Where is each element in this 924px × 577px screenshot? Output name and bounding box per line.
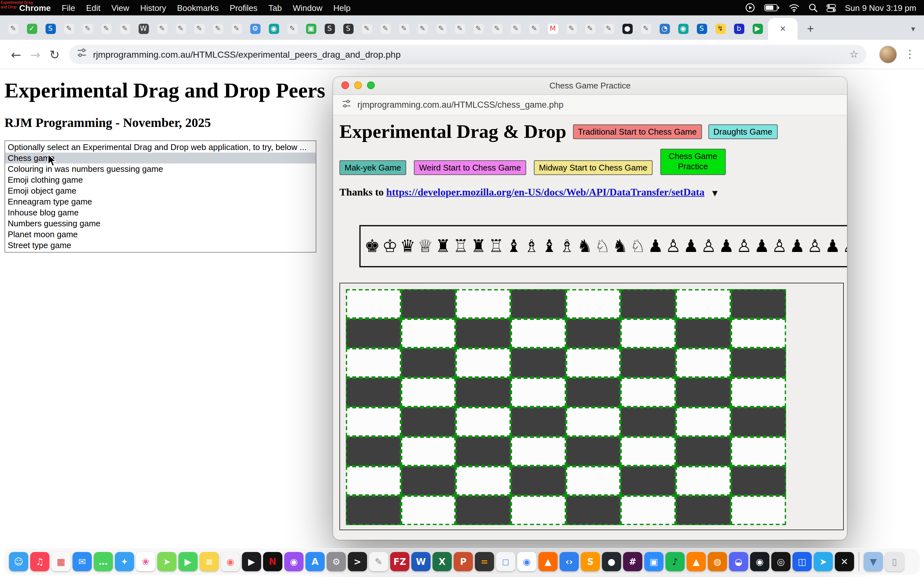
dock-icon-netflix[interactable]: N bbox=[263, 552, 282, 571]
board-cell[interactable] bbox=[676, 407, 730, 436]
chess-piece[interactable]: ♘ bbox=[594, 237, 610, 255]
board-cell[interactable] bbox=[511, 377, 565, 407]
dock-icon-calculator[interactable]: = bbox=[475, 552, 494, 571]
board-cell[interactable] bbox=[731, 466, 786, 495]
chess-piece[interactable]: ♝ bbox=[506, 237, 522, 255]
chrome-menu-icon[interactable]: ⋮ bbox=[902, 47, 918, 61]
dock-icon-filezilla[interactable]: FZ bbox=[390, 552, 409, 571]
board-cell[interactable] bbox=[511, 495, 565, 525]
dock-icon-mail[interactable]: ✉ bbox=[73, 552, 92, 571]
pinned-tab[interactable]: ✎ bbox=[432, 18, 451, 40]
dock-icon-settings[interactable]: ⚙ bbox=[326, 552, 346, 571]
board-cell[interactable] bbox=[731, 377, 786, 407]
board-cell[interactable] bbox=[401, 436, 456, 466]
dock-icon-github-desktop[interactable]: ● bbox=[602, 552, 621, 571]
pinned-tab[interactable]: ◔ bbox=[655, 18, 674, 40]
bookmark-star-icon[interactable]: ☆ bbox=[849, 48, 859, 60]
chess-piece[interactable]: ♟ bbox=[825, 237, 840, 255]
pinned-tab[interactable]: ✎ bbox=[283, 18, 302, 40]
profile-avatar[interactable] bbox=[879, 45, 897, 63]
listbox-option[interactable]: Numbers guessing game bbox=[5, 218, 316, 229]
back-button[interactable]: ← bbox=[6, 45, 26, 64]
screen-mirroring-icon[interactable] bbox=[745, 3, 755, 13]
board-cell[interactable] bbox=[456, 318, 511, 348]
pinned-tab[interactable]: ▶ bbox=[748, 18, 767, 40]
dock-icon-excel[interactable]: X bbox=[433, 552, 452, 571]
listbox-option[interactable]: Emoji clothing game bbox=[5, 174, 316, 185]
board-cell[interactable] bbox=[676, 466, 730, 495]
board-cell[interactable] bbox=[401, 407, 456, 436]
pinned-tab[interactable]: ▣ bbox=[302, 18, 320, 40]
dock-icon-slack[interactable]: # bbox=[623, 552, 642, 571]
chess-piece[interactable]: ♙ bbox=[736, 237, 752, 255]
pinned-tab[interactable]: ✎ bbox=[376, 18, 395, 40]
pinned-tab[interactable]: ✎ bbox=[413, 18, 432, 40]
board-cell[interactable] bbox=[511, 348, 565, 377]
board-cell[interactable] bbox=[401, 318, 456, 348]
board-cell[interactable] bbox=[621, 407, 676, 436]
menu-item-edit[interactable]: Edit bbox=[86, 3, 100, 13]
pinned-tab[interactable]: ✎ bbox=[395, 18, 413, 40]
dock-icon-docker[interactable]: ◫ bbox=[792, 552, 812, 571]
chess-piece[interactable]: ♙ bbox=[701, 237, 716, 255]
chess-piece[interactable]: ♙ bbox=[772, 237, 787, 255]
dock-icon-textedit[interactable]: ✎ bbox=[369, 552, 388, 571]
chess-piece[interactable]: ♗ bbox=[559, 237, 575, 255]
board-cell[interactable] bbox=[731, 348, 786, 377]
mdn-setdata-link[interactable]: https://developer.mozilla.org/en-US/docs… bbox=[386, 186, 704, 197]
chess-piece[interactable]: ♗ bbox=[524, 237, 540, 255]
pinned-tab[interactable]: ↯ bbox=[711, 18, 730, 40]
control-center-icon[interactable] bbox=[826, 3, 836, 12]
battery-icon[interactable] bbox=[764, 4, 779, 11]
chess-piece[interactable]: ♟ bbox=[648, 237, 663, 255]
site-settings-icon[interactable] bbox=[77, 48, 87, 60]
pinned-tab[interactable]: ✎ bbox=[190, 18, 208, 40]
board-cell[interactable] bbox=[621, 289, 676, 318]
popup-url-text[interactable]: rjmprogramming.com.au/HTMLCSS/chess_game… bbox=[357, 100, 564, 110]
board-cell[interactable] bbox=[676, 436, 730, 466]
board-cell[interactable] bbox=[511, 318, 565, 348]
board-cell[interactable] bbox=[566, 466, 621, 495]
dock-icon-word[interactable]: W bbox=[411, 552, 431, 571]
dock-icon-notes[interactable]: ≡ bbox=[200, 552, 219, 571]
dock-icon-messages[interactable]: … bbox=[94, 552, 113, 571]
pinned-tab[interactable]: ✎ bbox=[451, 18, 469, 40]
chess-game-practice-button[interactable]: Chess Game Practice bbox=[660, 149, 726, 175]
dock-icon-steam[interactable]: ◉ bbox=[750, 552, 769, 571]
board-cell[interactable] bbox=[511, 436, 565, 466]
menu-item-profiles[interactable]: Profiles bbox=[230, 3, 258, 13]
pinned-tab[interactable]: ✎ bbox=[115, 18, 134, 40]
url-text[interactable]: rjmprogramming.com.au/HTMLCSS/experiment… bbox=[93, 49, 401, 59]
chess-piece[interactable]: ♟ bbox=[683, 237, 698, 255]
listbox-option[interactable]: Inhouse blog game bbox=[5, 207, 316, 218]
pinned-tab[interactable]: ◉ bbox=[264, 18, 283, 40]
board-cell[interactable] bbox=[566, 436, 621, 466]
board-cell[interactable] bbox=[456, 436, 511, 466]
chess-piece[interactable]: ♟ bbox=[754, 237, 769, 255]
pinned-tab[interactable]: ✎ bbox=[227, 18, 246, 40]
menu-item-window[interactable]: Window bbox=[293, 3, 323, 13]
dock-icon-telegram[interactable]: ➤ bbox=[814, 552, 833, 571]
menu-app-name[interactable]: Chrome bbox=[19, 3, 51, 13]
menu-clock[interactable]: Sun 9 Nov 3:19 pm bbox=[845, 3, 916, 13]
board-cell[interactable] bbox=[566, 407, 621, 436]
board-cell[interactable] bbox=[346, 466, 401, 495]
dock-icon-brave[interactable]: ▲ bbox=[538, 552, 557, 571]
pinned-tab[interactable]: ✓ bbox=[23, 18, 41, 40]
listbox-option[interactable]: Optionally select an Experimental Drag a… bbox=[5, 142, 316, 153]
dock-icon-app-store[interactable]: A bbox=[305, 552, 325, 571]
dock-icon-blender[interactable]: ◍ bbox=[708, 552, 727, 571]
pinned-tab[interactable]: S bbox=[320, 18, 339, 40]
board-cell[interactable] bbox=[566, 318, 621, 348]
pinned-tab[interactable]: ✎ bbox=[60, 18, 78, 40]
listbox-option[interactable]: Emoji object game bbox=[5, 185, 316, 196]
pinned-tab[interactable]: ✎ bbox=[208, 18, 227, 40]
board-cell[interactable] bbox=[511, 289, 565, 318]
dock-icon-sublime[interactable]: S bbox=[581, 552, 600, 571]
board-cell[interactable] bbox=[621, 466, 676, 495]
dock-icon-facetime[interactable]: ▶ bbox=[178, 552, 198, 571]
dock-icon-podcasts[interactable]: ◉ bbox=[284, 552, 304, 571]
dock-icon-close-x-app[interactable]: ✕ bbox=[835, 552, 854, 571]
dock-icon-photos[interactable]: ❀ bbox=[136, 552, 155, 571]
pinned-tab[interactable]: ✎ bbox=[97, 18, 115, 40]
